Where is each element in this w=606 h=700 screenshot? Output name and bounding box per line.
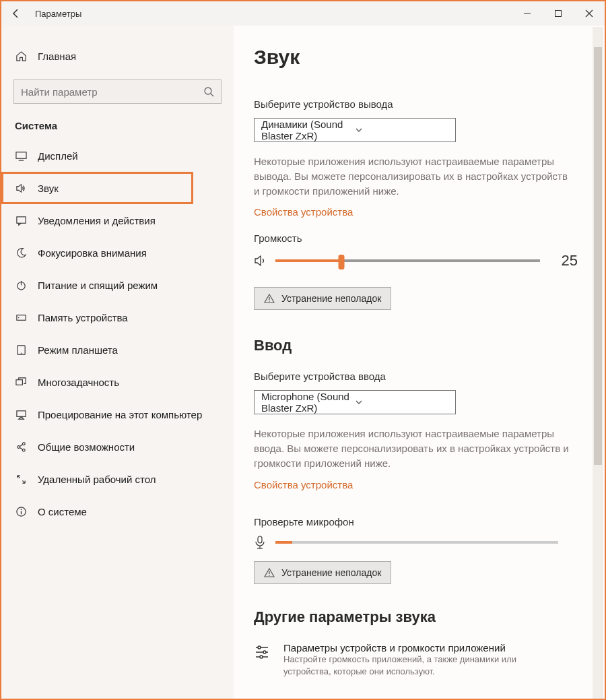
- svg-point-16: [22, 442, 25, 445]
- sidebar-item-multitask[interactable]: Многозадачность: [1, 366, 234, 398]
- maximize-icon: [554, 9, 562, 18]
- search-input[interactable]: [21, 86, 203, 98]
- sidebar-item-label: Фокусировка внимания: [38, 247, 147, 259]
- output-device-value: Динамики (Sound Blaster ZxR): [261, 119, 355, 141]
- svg-point-33: [260, 656, 263, 658]
- chevron-down-icon: [355, 398, 448, 406]
- mic-level-bar: [275, 541, 558, 544]
- app-volume-settings-link[interactable]: Параметры устройств и громкости приложен…: [254, 642, 578, 678]
- sidebar-item-label: Уведомления и действия: [38, 215, 156, 226]
- svg-rect-1: [556, 11, 562, 17]
- other-item-title: Параметры устройств и громкости приложен…: [283, 642, 546, 654]
- vertical-scrollbar[interactable]: [593, 27, 603, 699]
- svg-rect-13: [15, 379, 22, 385]
- button-label: Устранение неполадок: [281, 293, 381, 304]
- input-description: Некоторые приложения используют настраив…: [254, 426, 570, 470]
- sidebar-item-about[interactable]: О системе: [1, 495, 234, 528]
- output-device-properties-link[interactable]: Свойства устройства: [254, 206, 353, 218]
- remote-icon: [15, 473, 27, 485]
- input-device-label: Выберите устройства ввода: [254, 371, 578, 382]
- arrow-left-icon: [11, 8, 22, 19]
- svg-rect-4: [15, 152, 26, 158]
- chat-icon: [15, 214, 27, 226]
- sidebar-home-label: Главная: [38, 51, 76, 62]
- other-heading: Другие параметры звука: [254, 608, 578, 626]
- sidebar-item-label: Проецирование на этот компьютер: [38, 409, 202, 420]
- svg-point-31: [263, 651, 266, 654]
- sidebar: Главная Система Дисплей Звук Уведомления…: [1, 26, 234, 699]
- sidebar-item-notifications[interactable]: Уведомления и действия: [1, 204, 234, 236]
- sidebar-item-remote[interactable]: Удаленный рабочий стол: [1, 463, 234, 495]
- moon-icon: [15, 247, 27, 259]
- svg-point-15: [17, 445, 20, 448]
- close-button[interactable]: [574, 1, 605, 26]
- sidebar-item-storage[interactable]: Память устройства: [1, 301, 234, 333]
- maximize-button[interactable]: [543, 1, 574, 26]
- back-button[interactable]: [1, 1, 31, 26]
- sidebar-item-power[interactable]: Питание и спящий режим: [1, 269, 234, 301]
- sidebar-item-label: Общие возможности: [38, 441, 135, 453]
- output-device-label: Выберите устройство вывода: [254, 98, 578, 110]
- share-icon: [15, 441, 27, 453]
- svg-line-3: [211, 94, 213, 96]
- display-icon: [15, 150, 27, 162]
- input-device-value: Microphone (Sound Blaster ZxR): [261, 391, 355, 414]
- input-device-dropdown[interactable]: Microphone (Sound Blaster ZxR): [254, 390, 456, 414]
- svg-point-27: [269, 575, 270, 576]
- sidebar-item-display[interactable]: Дисплей: [1, 139, 234, 172]
- svg-rect-6: [16, 216, 25, 222]
- svg-point-12: [20, 352, 22, 354]
- sliders-icon: [254, 642, 273, 660]
- sidebar-item-projecting[interactable]: Проецирование на этот компьютер: [1, 398, 234, 431]
- window-title: Параметры: [35, 9, 512, 19]
- svg-point-17: [22, 449, 25, 451]
- home-icon: [15, 50, 27, 62]
- svg-point-10: [18, 317, 19, 318]
- project-icon: [15, 408, 27, 420]
- sidebar-item-label: Звук: [38, 183, 59, 194]
- svg-point-19: [20, 509, 22, 510]
- tablet-icon: [15, 344, 27, 356]
- search-box[interactable]: [13, 79, 222, 104]
- input-device-properties-link[interactable]: Свойства устройства: [254, 479, 353, 490]
- output-device-dropdown[interactable]: Динамики (Sound Blaster ZxR): [254, 118, 456, 142]
- close-icon: [585, 9, 593, 18]
- page-title: Звук: [254, 46, 578, 69]
- svg-rect-23: [258, 536, 262, 543]
- button-label: Устранение неполадок: [281, 567, 381, 578]
- output-description: Некоторые приложения используют настраив…: [254, 154, 570, 198]
- warning-icon: [264, 567, 275, 578]
- warning-icon: [264, 293, 275, 304]
- other-item-desc: Настройте громкость приложений, а также …: [283, 654, 546, 678]
- minimize-button[interactable]: [512, 1, 543, 26]
- search-icon[interactable]: [203, 86, 214, 97]
- input-troubleshoot-button[interactable]: Устранение неполадок: [254, 561, 391, 584]
- scrollbar-thumb[interactable]: [594, 47, 602, 465]
- sidebar-item-label: Удаленный рабочий стол: [38, 474, 156, 485]
- sidebar-item-label: Питание и спящий режим: [38, 280, 158, 291]
- sidebar-item-tablet[interactable]: Режим планшета: [1, 333, 234, 366]
- sidebar-item-sound[interactable]: Звук: [1, 172, 193, 204]
- svg-point-22: [269, 300, 270, 302]
- power-icon: [15, 279, 27, 291]
- svg-point-29: [258, 646, 261, 649]
- slider-fill: [275, 259, 341, 262]
- sidebar-item-label: Дисплей: [38, 150, 78, 162]
- speaker-icon[interactable]: [254, 254, 269, 267]
- sidebar-item-focus[interactable]: Фокусировка внимания: [1, 236, 234, 269]
- volume-label: Громкость: [254, 232, 578, 244]
- info-icon: [15, 505, 27, 517]
- sidebar-item-label: Память устройства: [38, 312, 128, 323]
- sidebar-item-label: О системе: [38, 506, 87, 517]
- sidebar-item-label: Многозадачность: [38, 377, 119, 388]
- chevron-down-icon: [355, 126, 448, 134]
- microphone-icon: [254, 536, 269, 549]
- sidebar-home[interactable]: Главная: [1, 42, 234, 70]
- volume-slider[interactable]: [275, 259, 540, 262]
- sidebar-item-shared[interactable]: Общие возможности: [1, 431, 234, 463]
- sidebar-category: Система: [1, 120, 234, 131]
- svg-rect-9: [16, 315, 25, 320]
- mic-level-fill: [275, 541, 292, 544]
- output-troubleshoot-button[interactable]: Устранение неполадок: [254, 287, 391, 310]
- slider-thumb[interactable]: [339, 255, 345, 269]
